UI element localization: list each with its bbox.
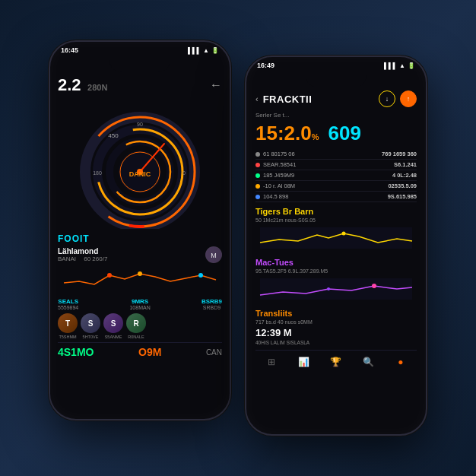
svg-point-25 bbox=[327, 287, 330, 290]
svg-point-19 bbox=[138, 271, 142, 276]
avatar-s1: S 5HT0VE bbox=[81, 313, 100, 339]
team-name: BANAI 60 260/7 bbox=[58, 255, 107, 262]
notch-left bbox=[109, 56, 170, 72]
metric-row-0: 61 80175 06 769 1659 360 bbox=[255, 149, 417, 160]
player-avatar: M bbox=[205, 246, 222, 263]
timestamp: 12:39 M bbox=[255, 327, 417, 338]
section-title-fooit: FOOIT bbox=[58, 233, 222, 244]
svg-point-22 bbox=[342, 232, 346, 236]
player-row: Lählamond BANAI 60 260/7 M bbox=[58, 246, 222, 263]
section1-title: Tigers Br Barn bbox=[255, 207, 417, 216]
nav-grid[interactable]: ⊞ bbox=[265, 355, 278, 369]
metric-dot-3 bbox=[255, 184, 260, 189]
sub-header: Serler Se t... bbox=[255, 112, 417, 119]
header-btn-orange[interactable]: ↑ bbox=[400, 90, 417, 107]
left-title-num: 2.2 bbox=[58, 75, 81, 94]
status-bar-right: 16:49 ▌▌▌ ▲ 🔋 bbox=[246, 57, 426, 71]
svg-text:M: M bbox=[211, 252, 217, 259]
avatar-r: R R0NALE bbox=[126, 313, 146, 339]
avatar-t: T T5SHMM bbox=[58, 313, 78, 339]
svg-rect-21 bbox=[260, 227, 412, 249]
gauge-container: 180 0 90 450 DANIC bbox=[64, 100, 216, 229]
metric-dot-1 bbox=[255, 163, 260, 167]
chart-tigers bbox=[255, 227, 417, 249]
chart-mac bbox=[255, 278, 417, 300]
avatar-s2: S S5ANME bbox=[103, 313, 123, 339]
left-phone-content: 2.2 280N ← bbox=[50, 72, 230, 416]
stat-seals: SEALS 5559894 bbox=[58, 298, 78, 310]
phone-right: 16:49 ▌▌▌ ▲ 🔋 ‹ FRACKTII ↓ ↑ Serler Se t… bbox=[245, 56, 427, 436]
metric-row-1: SEAR.58541 S6.1.241 bbox=[255, 160, 417, 170]
header-btn-yellow[interactable]: ↓ bbox=[379, 90, 395, 107]
score-orange: O9M bbox=[138, 346, 161, 358]
big-stats: 15:2.0% 609 bbox=[255, 123, 417, 143]
timestamp-desc: 40HIS LALIM SISLASLA bbox=[255, 340, 417, 345]
metric-dot-0 bbox=[255, 152, 260, 157]
left-header: 2.2 280N ← bbox=[58, 75, 222, 95]
right-header: ‹ FRACKTII ↓ ↑ bbox=[255, 90, 417, 107]
section3-desc: 717 bs.d 40 nuos s0MM bbox=[255, 319, 417, 325]
time-right: 16:49 bbox=[257, 62, 274, 69]
metric-row-4: 104.5 898 9S.615.985 bbox=[255, 192, 417, 202]
avatars-row: T T5SHMM S 5HT0VE S S5ANME R R0NALE bbox=[58, 313, 222, 339]
stats-row: SEALS 5559894 9MRS 108MAN BSRB9 SRBD9 bbox=[58, 298, 222, 310]
section1-desc: 50 1Mc21m nous-S0S.05 bbox=[255, 217, 417, 223]
bottom-nav: ⊞ 📊 🏆 🔍 ● bbox=[255, 350, 417, 372]
player-name: Lählamond bbox=[58, 247, 107, 255]
svg-point-24 bbox=[372, 284, 376, 288]
right-phone-content: ‹ FRACKTII ↓ ↑ Serler Se t... 15:2.0% 60… bbox=[246, 87, 426, 431]
nav-dot[interactable]: ● bbox=[394, 355, 408, 369]
score-green: 4S1MO bbox=[58, 346, 94, 358]
phone-left: 16:45 ▌▌▌ ▲ 🔋 2.2 280N ← bbox=[49, 40, 231, 420]
section2-title: Mac-Tues bbox=[255, 258, 417, 267]
back-chevron[interactable]: ‹ bbox=[255, 94, 259, 103]
metric-row-2: 185 J459M9 4 0L:2.48 bbox=[255, 170, 417, 181]
back-arrow[interactable]: ← bbox=[210, 78, 222, 92]
phones-container: 16:45 ▌▌▌ ▲ 🔋 2.2 280N ← bbox=[33, 25, 443, 451]
status-bar-left: 16:45 ▌▌▌ ▲ 🔋 bbox=[50, 42, 230, 56]
section2-desc: 95.TAS5.2F5 6.9L.397.289.M5 bbox=[255, 268, 417, 274]
right-title: FRACKTII bbox=[263, 94, 313, 105]
metrics-list: 61 80175 06 769 1659 360 SEAR.58541 S6.1… bbox=[255, 149, 417, 202]
big-stat-1: 15:2.0% bbox=[255, 123, 319, 143]
svg-text:0: 0 bbox=[182, 170, 186, 176]
status-icons-left: ▌▌▌ ▲ 🔋 bbox=[188, 47, 219, 54]
notch-right bbox=[306, 71, 367, 87]
metric-dot-4 bbox=[255, 195, 260, 199]
nav-search[interactable]: 🔍 bbox=[361, 355, 375, 369]
nav-trophy[interactable]: 🏆 bbox=[329, 355, 343, 369]
section3-title: Transliits bbox=[255, 309, 417, 318]
gauge-svg: 180 0 90 450 DANIC bbox=[64, 100, 216, 229]
mini-chart-left bbox=[58, 268, 222, 290]
svg-text:90: 90 bbox=[137, 122, 143, 127]
can-label: CAN bbox=[206, 348, 222, 357]
stat-9mrs: 9MRS 108MAN bbox=[129, 298, 150, 310]
metric-row-3: -10 r. Al 08M 02535.5.09 bbox=[255, 181, 417, 192]
time-left: 16:45 bbox=[61, 46, 78, 54]
big-stat-2: 609 bbox=[328, 123, 361, 143]
svg-point-18 bbox=[107, 273, 112, 278]
svg-text:180: 180 bbox=[93, 170, 102, 176]
svg-point-20 bbox=[198, 273, 203, 278]
svg-text:450: 450 bbox=[108, 132, 119, 139]
bottom-bar-left: 4S1MO O9M CAN bbox=[58, 342, 222, 358]
metric-dot-2 bbox=[255, 173, 260, 178]
stat-bsrb: BSRB9 SRBD9 bbox=[202, 298, 222, 310]
status-icons-right: ▌▌▌ ▲ 🔋 bbox=[384, 62, 415, 69]
svg-text:DANIC: DANIC bbox=[129, 170, 151, 178]
header-icons: ↓ ↑ bbox=[379, 90, 417, 107]
nav-chart[interactable]: 📊 bbox=[297, 355, 311, 369]
left-title-sub: 280N bbox=[87, 83, 107, 92]
